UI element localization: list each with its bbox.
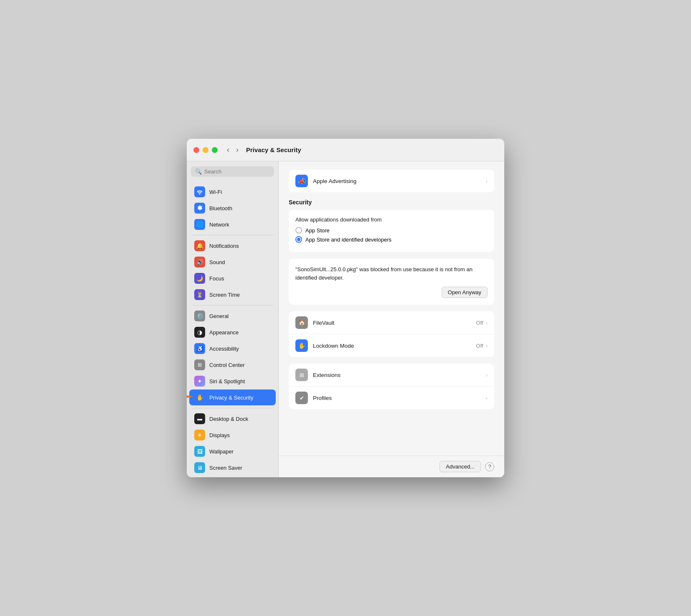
sidebar-item-screentime[interactable]: ⏳ Screen Time xyxy=(189,287,276,303)
general-icon: ⚙️ xyxy=(194,311,205,321)
sidebar-item-battery[interactable]: 🔋 Battery xyxy=(189,476,276,477)
open-anyway-button[interactable]: Open Anyway xyxy=(442,287,488,298)
network-icon: 🌐 xyxy=(194,219,205,230)
sidebar-item-label-appearance: Appearance xyxy=(209,329,239,336)
help-button[interactable]: ? xyxy=(485,462,494,471)
sidebar-item-label-screensaver: Screen Saver xyxy=(209,465,242,471)
traffic-lights xyxy=(193,147,218,153)
sidebar-item-label-wallpaper: Wallpaper xyxy=(209,448,234,455)
filevault-lockdown-section: 🏠 FileVault Off › ✋ Lockdown Mode Off › xyxy=(289,311,494,357)
back-button[interactable]: ‹ xyxy=(224,145,232,155)
filevault-row[interactable]: 🏠 FileVault Off › xyxy=(289,311,494,334)
profiles-row[interactable]: ✔ Profiles › xyxy=(289,387,494,409)
filevault-value: Off xyxy=(476,320,483,326)
sidebar-item-desktop[interactable]: ▬ Desktop & Dock xyxy=(189,411,276,427)
titlebar: ‹ › Privacy & Security xyxy=(187,139,504,161)
appearance-icon: ◑ xyxy=(194,327,205,338)
search-input[interactable] xyxy=(204,168,270,175)
radio-identified-circle[interactable] xyxy=(295,236,302,243)
sidebar-item-wallpaper[interactable]: 🖼 Wallpaper xyxy=(189,443,276,459)
sidebar-item-label-sound: Sound xyxy=(209,259,225,265)
apple-advertising-label: Apple Advertising xyxy=(313,178,486,184)
sidebar-item-notifications[interactable]: 🔔 Notifications xyxy=(189,238,276,254)
sidebar-item-appearance[interactable]: ◑ Appearance xyxy=(189,324,276,340)
nav-buttons: ‹ › xyxy=(224,145,241,155)
sidebar-item-label-focus: Focus xyxy=(209,275,224,282)
advanced-button[interactable]: Advanced... xyxy=(439,461,481,472)
sidebar-item-label-general: General xyxy=(209,313,229,319)
siri-icon: ✦ xyxy=(194,376,205,387)
apple-advertising-row[interactable]: 📣 Apple Advertising › xyxy=(289,170,494,192)
sidebar-item-label-privacy: Privacy & Security xyxy=(209,395,253,401)
radio-identified-label: App Store and identified developers xyxy=(305,237,391,243)
blocked-message-text: "SonoSimUlt...25.0.0.pkg" was blocked fr… xyxy=(295,265,488,282)
accessibility-icon: ♿ xyxy=(194,343,205,354)
wifi-icon xyxy=(194,186,205,197)
profiles-label: Profiles xyxy=(313,395,486,401)
notifications-icon: 🔔 xyxy=(194,240,205,251)
extensions-label: Extensions xyxy=(313,372,486,378)
sidebar-item-label-displays: Displays xyxy=(209,432,230,438)
security-section-header: Security xyxy=(289,199,494,206)
sidebar-item-label-bluetooth: Bluetooth xyxy=(209,205,232,211)
sidebar-item-label-network: Network xyxy=(209,221,229,228)
wallpaper-icon: 🖼 xyxy=(194,446,205,457)
sidebar-item-label-wifi: Wi-Fi xyxy=(209,189,222,195)
sidebar-item-label-siri: Siri & Spotlight xyxy=(209,378,245,384)
screensaver-icon: 🖥 xyxy=(194,462,205,473)
apple-advertising-section: 📣 Apple Advertising › xyxy=(289,170,494,192)
extensions-icon: ⊞ xyxy=(295,369,308,381)
sidebar-item-general[interactable]: ⚙️ General xyxy=(189,308,276,324)
system-preferences-window: ‹ › Privacy & Security 🔍 Wi-Fi xyxy=(187,139,504,477)
radio-identified[interactable]: App Store and identified developers xyxy=(295,236,488,243)
displays-icon: ☀ xyxy=(194,430,205,440)
radio-appstore-circle[interactable] xyxy=(295,227,302,234)
allow-apps-text: Allow applications downloaded from xyxy=(295,216,488,223)
sidebar-item-bluetooth[interactable]: ✱ Bluetooth xyxy=(189,200,276,216)
controlcenter-icon: ⊞ xyxy=(194,359,205,370)
sidebar-item-sound[interactable]: 🔊 Sound xyxy=(189,254,276,270)
sidebar-item-displays[interactable]: ☀ Displays xyxy=(189,427,276,443)
sidebar-item-accessibility[interactable]: ♿ Accessibility xyxy=(189,341,276,356)
main-content: 📣 Apple Advertising › Security Allow app… xyxy=(279,161,504,477)
profiles-chevron: › xyxy=(486,395,488,401)
lockdown-value: Off xyxy=(476,343,483,349)
close-button[interactable] xyxy=(193,147,199,153)
screentime-icon: ⏳ xyxy=(194,289,205,300)
extensions-chevron: › xyxy=(486,372,488,378)
focus-icon: 🌙 xyxy=(194,273,205,284)
sidebar-item-siri[interactable]: ✦ Siri & Spotlight xyxy=(189,373,276,389)
sidebar-item-focus[interactable]: 🌙 Focus xyxy=(189,270,276,286)
sidebar-item-label-desktop: Desktop & Dock xyxy=(209,416,248,422)
sidebar-item-label-screentime: Screen Time xyxy=(209,292,240,298)
sidebar-item-privacy[interactable]: ✋ Privacy & Security xyxy=(189,389,276,405)
sidebar-list: Wi-Fi ✱ Bluetooth 🌐 Network xyxy=(187,182,278,477)
filevault-chevron: › xyxy=(486,320,488,326)
desktop-icon: ▬ xyxy=(194,413,205,424)
forward-button[interactable]: › xyxy=(234,145,241,155)
window-title: Privacy & Security xyxy=(246,146,301,153)
sidebar-item-screensaver[interactable]: 🖥 Screen Saver xyxy=(189,460,276,476)
filevault-label: FileVault xyxy=(313,320,476,326)
maximize-button[interactable] xyxy=(212,147,218,153)
bluetooth-icon: ✱ xyxy=(194,203,205,214)
lockdown-chevron: › xyxy=(486,343,488,349)
sidebar-item-network[interactable]: 🌐 Network xyxy=(189,216,276,232)
sidebar: 🔍 Wi-Fi ✱ Bluetooth xyxy=(187,161,279,477)
minimize-button[interactable] xyxy=(203,147,208,153)
sidebar-item-wifi[interactable]: Wi-Fi xyxy=(189,184,276,200)
apple-advertising-icon: 📣 xyxy=(295,175,308,187)
extensions-row[interactable]: ⊞ Extensions › xyxy=(289,364,494,387)
allow-apps-box: Allow applications downloaded from App S… xyxy=(289,210,494,252)
sidebar-item-label-accessibility: Accessibility xyxy=(209,346,239,352)
privacy-icon: ✋ xyxy=(194,392,205,403)
filevault-icon: 🏠 xyxy=(295,316,308,329)
search-box[interactable]: 🔍 xyxy=(191,166,274,177)
extensions-profiles-section: ⊞ Extensions › ✔ Profiles › xyxy=(289,364,494,409)
lockdown-icon: ✋ xyxy=(295,339,308,352)
radio-appstore[interactable]: App Store xyxy=(295,227,488,234)
sidebar-item-controlcenter[interactable]: ⊞ Control Center xyxy=(189,357,276,373)
lockdown-row[interactable]: ✋ Lockdown Mode Off › xyxy=(289,334,494,357)
radio-appstore-label: App Store xyxy=(305,227,330,234)
main-scroll[interactable]: 📣 Apple Advertising › Security Allow app… xyxy=(279,161,504,456)
